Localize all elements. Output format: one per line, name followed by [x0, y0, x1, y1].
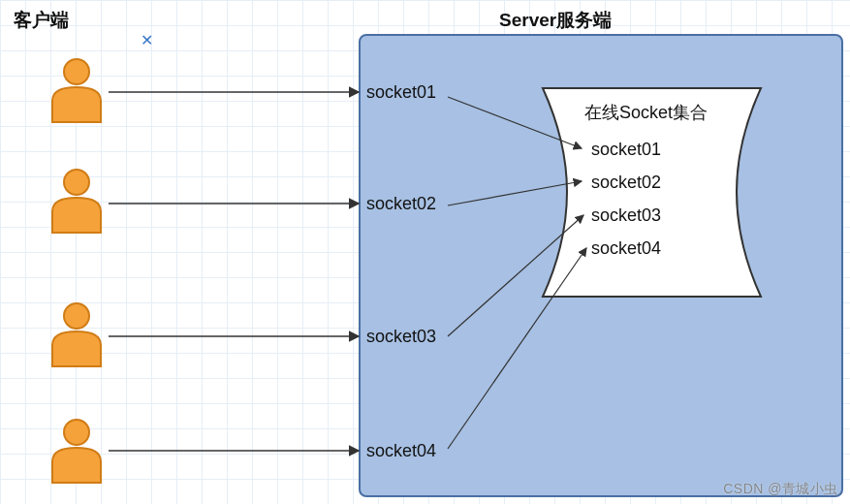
- svg-point-1: [64, 170, 89, 195]
- watermark-text: CSDN @青城小虫: [723, 481, 838, 498]
- client-icon-3: [47, 300, 107, 368]
- server-socket-label-3: socket03: [366, 327, 436, 347]
- diagram-stage: 客户端 Server服务端 ✕ socket01 socket02 socket…: [0, 0, 850, 504]
- collection-item-3: socket03: [591, 205, 661, 226]
- server-socket-label-4: socket04: [366, 441, 436, 461]
- client-heading: 客户端: [14, 8, 69, 33]
- svg-point-3: [64, 420, 89, 445]
- svg-point-0: [64, 59, 89, 84]
- client-icon-4: [47, 417, 107, 485]
- server-socket-label-2: socket02: [366, 194, 436, 214]
- svg-point-2: [64, 303, 89, 329]
- client-icon-1: [47, 56, 107, 124]
- server-socket-label-1: socket01: [366, 82, 436, 103]
- collection-title: 在线Socket集合: [584, 101, 708, 124]
- client-icon-2: [47, 167, 107, 235]
- collection-item-4: socket04: [591, 238, 661, 259]
- server-heading: Server服务端: [499, 8, 612, 33]
- socket-collection-doc: 在线Socket集合 socket01 socket02 socket03 so…: [538, 83, 766, 301]
- collection-item-1: socket01: [591, 140, 661, 160]
- close-icon: ✕: [141, 31, 153, 49]
- collection-item-2: socket02: [591, 173, 661, 193]
